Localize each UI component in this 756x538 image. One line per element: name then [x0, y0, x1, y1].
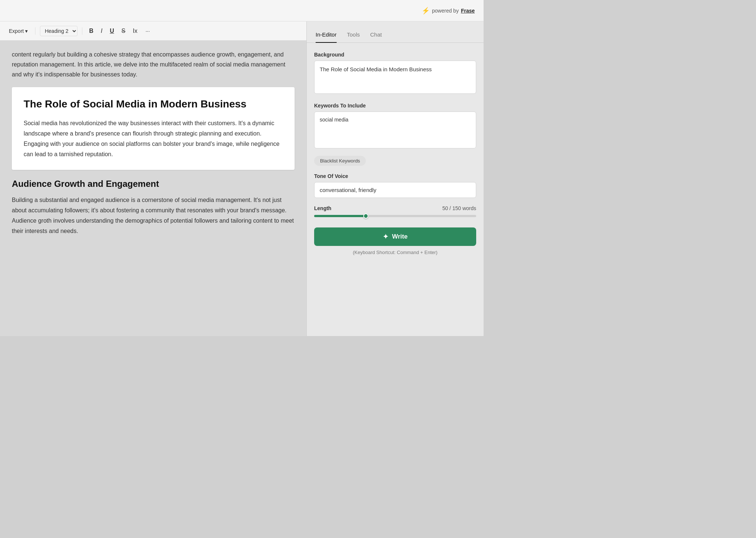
tab-chat[interactable]: Chat [370, 31, 382, 43]
background-input[interactable] [314, 61, 476, 94]
keyboard-shortcut: (Keyboard Shortcut: Command + Enter) [353, 250, 437, 255]
underline-button[interactable]: U [107, 26, 116, 36]
keywords-field: Keywords To Include social media [314, 103, 476, 148]
length-section: Length 50 / 150 words [314, 205, 476, 217]
bolt-icon: ⚡ [422, 7, 430, 15]
card-body: Social media has revolutionized the way … [24, 118, 283, 160]
tab-tools[interactable]: Tools [347, 31, 360, 43]
tab-in-editor[interactable]: In-Editor [316, 31, 337, 43]
left-panel: Export ▾ Heading 2 Heading 1 Heading 3 N… [0, 21, 306, 336]
strikethrough-button[interactable]: S [119, 26, 128, 36]
main-layout: Export ▾ Heading 2 Heading 1 Heading 3 N… [0, 21, 484, 336]
frase-link[interactable]: Frase [461, 8, 475, 14]
keywords-box[interactable]: social media [314, 112, 476, 148]
write-button[interactable]: ✦ Write [314, 227, 476, 246]
blacklist-keywords-button[interactable]: Blacklist Keywords [314, 156, 366, 166]
tab-bar: In-Editor Tools Chat [307, 21, 484, 43]
write-label: Write [392, 233, 408, 240]
length-label: Length [314, 205, 331, 211]
heading-select[interactable]: Heading 2 Heading 1 Heading 3 Normal [40, 26, 78, 36]
card-heading: The Role of Social Media in Modern Busin… [24, 97, 283, 111]
export-label: Export [9, 28, 24, 34]
wand-icon: ✦ [383, 233, 388, 241]
length-slider-track[interactable] [314, 215, 476, 217]
clear-format-button[interactable]: Ix [131, 26, 140, 36]
length-header: Length 50 / 150 words [314, 205, 476, 211]
top-bar: ⚡ powered by Frase [0, 0, 484, 21]
tone-field: Tone Of Voice [314, 173, 476, 198]
editor-toolbar: Export ▾ Heading 2 Heading 1 Heading 3 N… [0, 21, 306, 41]
keywords-label: Keywords To Include [314, 103, 476, 109]
right-content: Background Keywords To Include social me… [307, 43, 484, 336]
bold-button[interactable]: B [87, 26, 96, 36]
length-slider-thumb[interactable] [363, 213, 368, 219]
tone-label: Tone Of Voice [314, 173, 476, 179]
more-options-button[interactable]: ··· [142, 27, 153, 35]
toolbar-divider-2 [82, 27, 82, 35]
write-section: ✦ Write (Keyboard Shortcut: Command + En… [314, 227, 476, 255]
section2-heading: Audience Growth and Engagement [12, 179, 295, 189]
italic-button[interactable]: I [99, 26, 104, 36]
background-label: Background [314, 52, 476, 58]
export-chevron-icon: ▾ [25, 28, 28, 34]
keyword-tag: social media [320, 117, 348, 123]
editor-card[interactable]: The Role of Social Media in Modern Busin… [12, 87, 295, 170]
editor-area[interactable]: content regularly but building a cohesiv… [0, 41, 306, 336]
toolbar-divider-1 [35, 27, 35, 35]
right-panel: In-Editor Tools Chat Background Keywords… [306, 21, 484, 336]
length-value: 50 / 150 words [442, 205, 476, 211]
powered-by-text: powered by [432, 8, 458, 14]
blacklist-section: Blacklist Keywords [314, 156, 476, 166]
background-field: Background [314, 52, 476, 95]
section2-body: Building a substantial and engaged audie… [12, 195, 295, 236]
export-button[interactable]: Export ▾ [6, 27, 31, 35]
intro-text: content regularly but building a cohesiv… [12, 49, 295, 80]
length-slider-fill [314, 215, 366, 217]
tone-input[interactable] [314, 182, 476, 198]
powered-by: ⚡ powered by Frase [422, 7, 475, 15]
